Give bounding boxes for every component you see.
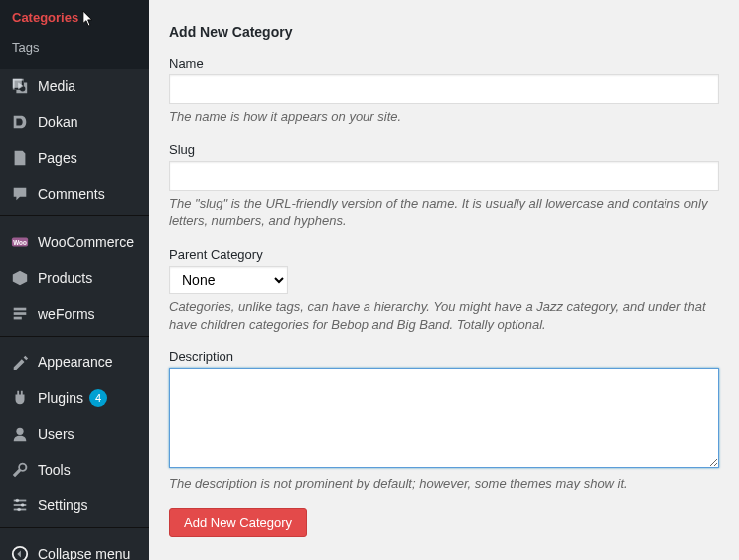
submenu-categories-label: Categories bbox=[12, 10, 78, 25]
settings-icon bbox=[10, 495, 30, 515]
name-help: The name is how it appears on your site. bbox=[169, 108, 719, 126]
svg-point-14 bbox=[17, 508, 21, 512]
slug-input[interactable] bbox=[169, 161, 719, 191]
description-textarea[interactable] bbox=[169, 368, 719, 468]
media-icon bbox=[10, 76, 30, 96]
svg-rect-5 bbox=[14, 308, 27, 311]
sidebar-item-appearance[interactable]: Appearance bbox=[0, 345, 149, 380]
weforms-icon bbox=[10, 304, 30, 324]
sidebar-item-label: Dokan bbox=[38, 114, 77, 130]
appearance-icon bbox=[10, 352, 30, 372]
sidebar-item-woocommerce[interactable]: Woo WooCommerce bbox=[0, 224, 149, 260]
sidebar-item-label: Products bbox=[38, 270, 92, 286]
name-input[interactable] bbox=[169, 74, 719, 104]
main-menu: Media Dokan Pages Comments Woo WooCommer… bbox=[0, 69, 149, 560]
plugins-icon bbox=[10, 388, 30, 408]
sidebar-item-label: Collapse menu bbox=[38, 546, 130, 560]
field-name: Name The name is how it appears on your … bbox=[169, 56, 719, 126]
svg-point-13 bbox=[21, 503, 25, 507]
menu-separator bbox=[0, 527, 149, 532]
sidebar-item-label: Pages bbox=[38, 150, 77, 166]
sidebar-item-settings[interactable]: Settings bbox=[0, 488, 149, 523]
sidebar-item-label: Users bbox=[38, 426, 74, 442]
svg-rect-6 bbox=[14, 312, 27, 315]
sidebar-item-weforms[interactable]: weForms bbox=[0, 296, 149, 332]
sidebar-item-label: Plugins bbox=[38, 390, 83, 406]
svg-point-12 bbox=[16, 499, 20, 503]
sidebar-item-label: Tools bbox=[38, 462, 71, 478]
main-content: Add New Category Name The name is how it… bbox=[149, 0, 739, 560]
sidebar-item-media[interactable]: Media bbox=[0, 69, 149, 104]
sidebar-item-dokan[interactable]: Dokan bbox=[0, 104, 149, 140]
dokan-icon bbox=[10, 112, 30, 132]
menu-separator bbox=[0, 336, 149, 341]
sidebar-item-label: Comments bbox=[38, 186, 105, 202]
sidebar-item-users[interactable]: Users bbox=[0, 416, 149, 452]
sidebar-item-label: weForms bbox=[38, 306, 95, 322]
woocommerce-icon: Woo bbox=[10, 232, 30, 252]
sidebar-item-label: Settings bbox=[38, 497, 88, 513]
add-category-button[interactable]: Add New Category bbox=[169, 508, 307, 537]
name-label: Name bbox=[169, 56, 719, 70]
comments-icon bbox=[10, 184, 30, 204]
menu-separator bbox=[0, 215, 149, 220]
collapse-icon bbox=[10, 544, 30, 560]
sidebar-item-pages[interactable]: Pages bbox=[0, 140, 149, 176]
field-slug: Slug The "slug" is the URL-friendly vers… bbox=[169, 142, 719, 230]
sidebar-item-plugins[interactable]: Plugins 4 bbox=[0, 380, 149, 416]
slug-help: The "slug" is the URL-friendly version o… bbox=[169, 195, 719, 230]
field-parent: Parent Category None Categories, unlike … bbox=[169, 247, 719, 334]
sidebar-item-collapse[interactable]: Collapse menu bbox=[0, 536, 149, 560]
sidebar-item-label: Media bbox=[38, 78, 75, 94]
svg-rect-7 bbox=[14, 317, 22, 320]
sidebar-item-label: Appearance bbox=[38, 354, 113, 370]
parent-select[interactable]: None bbox=[169, 266, 288, 294]
form-title: Add New Category bbox=[169, 24, 719, 40]
sidebar-item-label: WooCommerce bbox=[38, 234, 134, 250]
slug-label: Slug bbox=[169, 142, 719, 157]
admin-sidebar: Categories Tags Media Dokan Pages Commen… bbox=[0, 0, 149, 560]
plugins-update-badge: 4 bbox=[89, 389, 107, 407]
field-description: Description The description is not promi… bbox=[169, 350, 719, 492]
sidebar-item-products[interactable]: Products bbox=[0, 260, 149, 296]
description-label: Description bbox=[169, 350, 719, 364]
sidebar-item-comments[interactable]: Comments bbox=[0, 176, 149, 211]
svg-point-8 bbox=[16, 428, 23, 435]
parent-help: Categories, unlike tags, can have a hier… bbox=[169, 298, 719, 334]
tools-icon bbox=[10, 460, 30, 480]
products-icon bbox=[10, 268, 30, 288]
description-help: The description is not prominent by defa… bbox=[169, 475, 719, 492]
sidebar-item-tools[interactable]: Tools bbox=[0, 452, 149, 488]
posts-submenu: Categories Tags bbox=[0, 0, 149, 69]
submenu-tags-label: Tags bbox=[12, 40, 39, 55]
svg-text:Woo: Woo bbox=[13, 239, 27, 246]
pages-icon bbox=[10, 148, 30, 168]
submenu-tags[interactable]: Tags bbox=[0, 34, 149, 61]
parent-label: Parent Category bbox=[169, 247, 719, 262]
cursor-icon bbox=[82, 10, 96, 28]
submenu-categories[interactable]: Categories bbox=[0, 4, 149, 34]
users-icon bbox=[10, 424, 30, 444]
